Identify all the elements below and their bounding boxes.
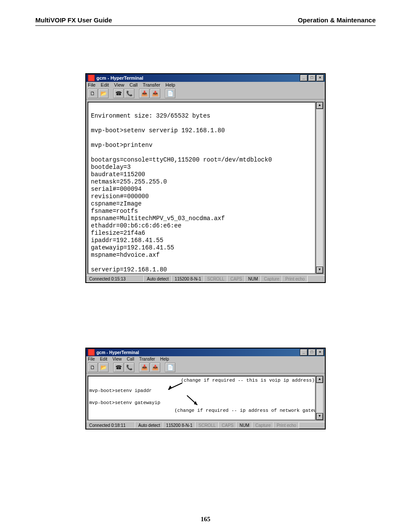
close-button[interactable]: × bbox=[316, 75, 324, 81]
menu-transfer[interactable]: Transfer bbox=[143, 82, 160, 87]
statusbar: Connected 0:15:13 Auto detect 115200 8-N… bbox=[86, 275, 325, 282]
disconnect-icon[interactable]: 📞 bbox=[124, 89, 134, 98]
terminal-output[interactable]: Environment size: 329/65532 bytes mvp-bo… bbox=[87, 102, 316, 274]
status-printecho: Print echo bbox=[282, 276, 308, 282]
hyperterminal-window-2: gcm - HyperTerminal _ □ × File Edit View… bbox=[85, 348, 326, 429]
status-settings: 115200 8-N-1 bbox=[172, 276, 204, 282]
header-right: Operation & Maintenance bbox=[298, 16, 376, 24]
maximize-button[interactable]: □ bbox=[308, 75, 316, 81]
scroll-down-icon[interactable]: ▼ bbox=[316, 267, 323, 274]
connect-icon[interactable]: ☎ bbox=[113, 363, 124, 372]
close-button[interactable]: × bbox=[316, 349, 324, 356]
menubar: File Edit View Call Transfer Help bbox=[86, 356, 325, 362]
open-icon[interactable]: 📂 bbox=[98, 89, 109, 98]
page-number: 165 bbox=[35, 516, 376, 532]
status-caps: CAPS bbox=[219, 422, 237, 429]
receive-icon[interactable]: 📤 bbox=[150, 363, 160, 372]
svg-marker-1 bbox=[194, 401, 197, 405]
new-icon[interactable]: 🗋 bbox=[87, 363, 98, 372]
scrollbar[interactable]: ▲ ▼ bbox=[316, 102, 324, 274]
annotation-gateway: (change if required -- ip address of net… bbox=[174, 408, 316, 414]
menu-file[interactable]: File bbox=[88, 357, 95, 361]
arrow-icon bbox=[185, 395, 201, 408]
hyperterminal-window-1: gcm - HyperTerminal _ □ × File Edit View… bbox=[85, 73, 326, 283]
menu-file[interactable]: File bbox=[88, 82, 96, 87]
connect-icon[interactable]: ☎ bbox=[113, 89, 124, 98]
open-icon[interactable]: 📂 bbox=[98, 363, 109, 372]
menu-transfer[interactable]: Transfer bbox=[139, 357, 155, 361]
terminal-output[interactable]: (change if required -- this is voip ip a… bbox=[87, 376, 316, 420]
status-caps: CAPS bbox=[227, 276, 245, 282]
new-icon[interactable]: 🗋 bbox=[87, 89, 98, 98]
annotation-ipaddr: (change if required -- this is voip ip a… bbox=[181, 377, 314, 383]
header-left: MultiVOIP FX User Guide bbox=[35, 16, 112, 24]
minimize-button[interactable]: _ bbox=[300, 75, 308, 81]
scroll-up-icon[interactable]: ▲ bbox=[316, 102, 323, 109]
status-scroll: SCROLL bbox=[196, 422, 219, 429]
status-capture: Capture bbox=[261, 276, 283, 282]
statusbar: Connected 0:18:11 Auto detect 115200 8-N… bbox=[86, 422, 325, 429]
send-icon[interactable]: 📥 bbox=[139, 363, 149, 372]
prompt-line-1: mvp-boot>setenv ipaddr bbox=[89, 388, 152, 394]
scroll-down-icon[interactable]: ▼ bbox=[316, 413, 323, 420]
menu-view[interactable]: View bbox=[114, 82, 125, 87]
menu-edit[interactable]: Edit bbox=[100, 357, 107, 361]
status-capture: Capture bbox=[252, 422, 274, 429]
menu-help[interactable]: Help bbox=[165, 82, 175, 87]
send-icon[interactable]: 📥 bbox=[139, 89, 149, 98]
svg-marker-0 bbox=[168, 386, 172, 390]
titlebar: gcm - HyperTerminal _ □ × bbox=[86, 74, 325, 82]
status-settings: 115200 8-N-1 bbox=[163, 422, 196, 429]
menu-edit[interactable]: Edit bbox=[101, 82, 109, 87]
menu-view[interactable]: View bbox=[112, 357, 122, 361]
status-scroll: SCROLL bbox=[204, 276, 227, 282]
minimize-button[interactable]: _ bbox=[300, 349, 308, 356]
window-title: gcm - HyperTerminal bbox=[97, 75, 143, 81]
properties-icon[interactable]: 📄 bbox=[165, 363, 175, 372]
toolbar: 🗋 📂 ☎ 📞 📥 📤 📄 bbox=[86, 88, 325, 100]
status-connected: Connected 0:18:11 bbox=[86, 422, 135, 429]
scrollbar[interactable]: ▲ ▼ bbox=[316, 376, 324, 420]
app-icon bbox=[88, 75, 95, 81]
status-num: NUM bbox=[237, 422, 252, 429]
menu-call[interactable]: Call bbox=[130, 82, 138, 87]
status-connected: Connected 0:15:13 bbox=[86, 276, 144, 282]
toolbar: 🗋 📂 ☎ 📞 📥 📤 📄 bbox=[86, 362, 325, 373]
status-detect: Auto detect bbox=[144, 276, 172, 282]
properties-icon[interactable]: 📄 bbox=[165, 89, 175, 98]
window-title: gcm - HyperTerminal bbox=[97, 350, 139, 355]
status-printecho: Print echo bbox=[274, 422, 299, 429]
prompt-line-2: mvp-boot>setenv gatewayip bbox=[89, 400, 160, 406]
scroll-up-icon[interactable]: ▲ bbox=[316, 376, 323, 383]
menu-call[interactable]: Call bbox=[127, 357, 134, 361]
receive-icon[interactable]: 📤 bbox=[150, 89, 160, 98]
menubar: File Edit View Call Transfer Help bbox=[86, 82, 325, 88]
disconnect-icon[interactable]: 📞 bbox=[124, 363, 134, 372]
status-num: NUM bbox=[245, 276, 261, 282]
titlebar: gcm - HyperTerminal _ □ × bbox=[86, 348, 325, 356]
maximize-button[interactable]: □ bbox=[308, 349, 316, 356]
app-icon bbox=[88, 349, 95, 356]
menu-help[interactable]: Help bbox=[160, 357, 169, 361]
status-detect: Auto detect bbox=[135, 422, 163, 429]
